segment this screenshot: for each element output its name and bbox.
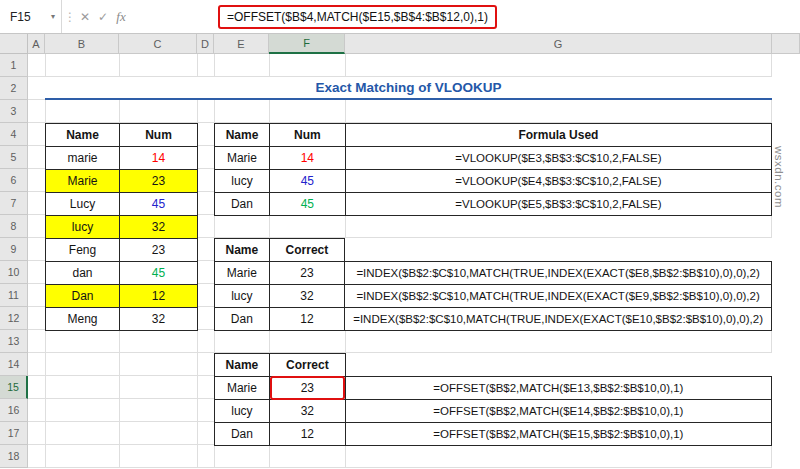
row-header-16[interactable]: 16 <box>0 399 28 422</box>
fx-icon[interactable]: fx <box>112 0 130 33</box>
col-header-d[interactable]: D <box>197 34 214 54</box>
cell-num[interactable]: 45 <box>269 170 345 193</box>
cells-area[interactable]: Exact Matching of VLOOKUP Name Num marie… <box>28 54 772 468</box>
cell-num[interactable]: 45 <box>269 193 345 216</box>
row-header-17[interactable]: 17 <box>0 422 28 445</box>
header-name[interactable]: Name <box>215 124 270 147</box>
row-header-14[interactable]: 14 <box>0 353 28 376</box>
cell-formula[interactable]: =INDEX($B$2:$C$10,MATCH(TRUE,INDEX(EXACT… <box>345 285 772 308</box>
cell-name[interactable]: Dan <box>215 423 270 446</box>
row-header-6[interactable]: 6 <box>0 169 28 192</box>
cancel-icon[interactable]: ✕ <box>76 0 94 33</box>
row-header-8[interactable]: 8 <box>0 215 28 238</box>
header-formula-used[interactable]: Formula Used <box>345 124 771 147</box>
empty-cell[interactable] <box>345 354 771 377</box>
select-all-corner[interactable] <box>0 34 28 54</box>
col-header-g[interactable]: G <box>345 34 772 54</box>
col-header-c[interactable]: C <box>119 34 197 54</box>
cell-num[interactable]: 45 <box>120 193 198 216</box>
row-header-5[interactable]: 5 <box>0 146 28 169</box>
cell-name[interactable]: Marie <box>215 147 270 170</box>
cell-formula[interactable]: =VLOOKUP($E4,$B$3:$C$10,2,FALSE) <box>345 170 771 193</box>
row-header-13[interactable]: 13 <box>0 330 28 353</box>
cell-num[interactable]: 23 <box>120 170 198 193</box>
cell-name[interactable]: Meng <box>46 308 120 331</box>
cell-name[interactable]: lucy <box>215 400 270 423</box>
cell-name[interactable]: lucy <box>46 216 120 239</box>
cell-name[interactable]: Dan <box>215 193 270 216</box>
cell-name[interactable]: Marie <box>46 170 120 193</box>
row-header-11[interactable]: 11 <box>0 284 28 307</box>
cell-num-selected[interactable]: 23 <box>269 377 345 400</box>
vlookup-table: Name Num Formula Used Marie 14 =VLOOKUP(… <box>214 123 772 216</box>
table-row: lucy 45 =VLOOKUP($E4,$B$3:$C$10,2,FALSE) <box>215 170 772 193</box>
excel-window: F15 ▾ ⋮ ✕ ✓ fx =OFFSET($B$4,MATCH($E15,$… <box>0 0 800 469</box>
row-header-9[interactable]: 9 <box>0 238 28 261</box>
name-box[interactable]: F15 ▾ <box>0 0 62 33</box>
cell-name[interactable]: dan <box>46 262 120 285</box>
cell-num[interactable]: 23 <box>269 262 345 285</box>
cell-name[interactable]: Marie <box>215 377 270 400</box>
cell-num[interactable]: 32 <box>120 308 198 331</box>
name-box-value: F15 <box>10 10 31 24</box>
cell-num[interactable]: 32 <box>269 400 345 423</box>
header-num[interactable]: Num <box>269 124 345 147</box>
cell-name[interactable]: Dan <box>215 308 270 331</box>
table-row: lucy 32 =OFFSET($B$2,MATCH($E14,$B$2:$B$… <box>215 400 772 423</box>
cell-formula[interactable]: =VLOOKUP($E3,$B$3:$C$10,2,FALSE) <box>345 147 771 170</box>
cell-num[interactable]: 14 <box>269 147 345 170</box>
row-header-1[interactable]: 1 <box>0 54 28 77</box>
sheet-title-cell[interactable]: Exact Matching of VLOOKUP <box>45 77 772 100</box>
row-header-3[interactable]: 3 <box>0 100 28 123</box>
cell-formula[interactable]: =OFFSET($B$2,MATCH($E14,$B$2:$B$10,0),1) <box>345 400 771 423</box>
cell-num[interactable]: 12 <box>269 308 345 331</box>
table-row: Dan 12 =OFFSET($B$2,MATCH($E15,$B$2:$B$1… <box>215 423 772 446</box>
row-header-18[interactable]: 18 <box>0 445 28 468</box>
cell-num[interactable]: 12 <box>120 285 198 308</box>
cell-name[interactable]: lucy <box>215 170 270 193</box>
col-header-e[interactable]: E <box>214 34 269 54</box>
cell-num[interactable]: 23 <box>120 239 198 262</box>
row-header-7[interactable]: 7 <box>0 192 28 215</box>
row-header-12[interactable]: 12 <box>0 307 28 330</box>
cell-name[interactable]: Marie <box>215 262 270 285</box>
row-header-10[interactable]: 10 <box>0 261 28 284</box>
col-header-partial[interactable] <box>772 34 800 54</box>
header-num[interactable]: Num <box>120 124 198 147</box>
cell-name[interactable]: lucy <box>215 285 270 308</box>
formula-input[interactable]: =OFFSET($B$4,MATCH($E15,$B$4:$B$12,0),1) <box>218 5 497 29</box>
col-header-f-selected[interactable]: F <box>269 34 345 54</box>
cell-name[interactable]: Dan <box>46 285 120 308</box>
table-row: Dan 12 =INDEX($B$2:$C$10,MATCH(TRUE,INDE… <box>215 308 772 331</box>
header-correct[interactable]: Correct <box>269 354 345 377</box>
header-correct[interactable]: Correct <box>269 239 345 262</box>
cell-formula[interactable]: =INDEX($B$2:$C$10,MATCH(TRUE,INDEX(EXACT… <box>345 308 772 331</box>
header-name[interactable]: Name <box>215 239 270 262</box>
row-header-2[interactable]: 2 <box>0 77 28 100</box>
table-row: lucy 32 <box>46 216 198 239</box>
cell-num[interactable]: 32 <box>269 285 345 308</box>
header-name[interactable]: Name <box>215 354 270 377</box>
cell-formula[interactable]: =VLOOKUP($E5,$B$3:$C$10,2,FALSE) <box>345 193 771 216</box>
cell-formula[interactable]: =OFFSET($B$2,MATCH($E13,$B$2:$B$10,0),1) <box>345 377 771 400</box>
cell-name[interactable]: Feng <box>46 239 120 262</box>
cell-name[interactable]: marie <box>46 147 120 170</box>
table-row: Lucy 45 <box>46 193 198 216</box>
cell-formula[interactable]: =INDEX($B$2:$C$10,MATCH(TRUE,INDEX(EXACT… <box>345 262 772 285</box>
cell-num[interactable]: 14 <box>120 147 198 170</box>
header-name[interactable]: Name <box>46 124 120 147</box>
col-header-b[interactable]: B <box>45 34 119 54</box>
enter-icon[interactable]: ✓ <box>94 0 112 33</box>
cell-formula[interactable]: =OFFSET($B$2,MATCH($E15,$B$2:$B$10,0),1) <box>345 423 771 446</box>
empty-cell[interactable] <box>345 239 772 262</box>
chevron-down-icon[interactable]: ▾ <box>51 12 55 21</box>
cell-num[interactable]: 32 <box>120 216 198 239</box>
table-header-row: Name Num <box>46 124 198 147</box>
cell-num[interactable]: 45 <box>120 262 198 285</box>
offset-match-table: Name Correct Marie 23 =OFFSET($B$2,MATCH… <box>214 353 772 446</box>
row-header-15-selected[interactable]: 15 <box>0 376 28 399</box>
row-header-4[interactable]: 4 <box>0 123 28 146</box>
cell-name[interactable]: Lucy <box>46 193 120 216</box>
cell-num[interactable]: 12 <box>269 423 345 446</box>
col-header-a[interactable]: A <box>28 34 45 54</box>
